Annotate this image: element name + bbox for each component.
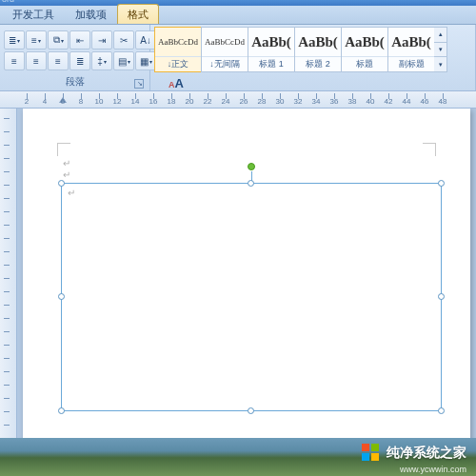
line-spacing-button[interactable]: ‡▾ (91, 51, 112, 70)
window-title-fragment: ord (2, 0, 14, 4)
bullets-button[interactable]: ≣▾ (4, 30, 25, 50)
ruler-number: 30 (276, 97, 285, 106)
paragraph-mark-icon: ↵ (63, 158, 70, 169)
resize-handle-tl[interactable] (58, 180, 65, 187)
ruler-number: 44 (403, 97, 411, 106)
numbering-button[interactable]: ≡▾ (26, 30, 47, 50)
paragraph-mark-icon: ↵ (63, 169, 70, 180)
ruler-number: 24 (222, 97, 230, 106)
style-normal[interactable]: AaBbCcDd ↓正文 (154, 27, 202, 72)
styles-gallery: AaBbCcDd ↓正文 AaBbCcDd ↓无间隔 AaBb( 标题 1 Aa… (154, 27, 447, 72)
resize-handle-t[interactable] (248, 180, 254, 187)
align-center-button[interactable]: ≡ (26, 51, 47, 70)
ruler-number: 4 (43, 97, 47, 106)
tab-developer[interactable]: 开发工具 (2, 4, 65, 24)
ribbon: ≣▾ ≡▾ ⧉▾ ⇤ ⇥ ✂ A↓ ¶ ≡ ≡ ≡ ≣ ‡▾ ▤▾ ▦▾ 段落 … (0, 25, 476, 91)
ruler-number: 38 (348, 97, 357, 106)
gallery-more-icon[interactable]: ▾ (434, 57, 446, 71)
ruler-number: 22 (204, 97, 212, 106)
show-marks-button[interactable]: ✂ (113, 30, 134, 50)
horizontal-ruler[interactable]: 2468101214161820222426283032343638404244… (0, 91, 476, 109)
rotate-handle[interactable] (248, 163, 255, 170)
align-justify-button[interactable]: ≣ (69, 51, 90, 70)
tab-format[interactable]: 格式 (117, 4, 159, 24)
ruler-number: 46 (421, 97, 429, 106)
page[interactable]: ↵ ↵ ↵ (23, 109, 470, 476)
ruler-number: 42 (385, 97, 393, 106)
ruler-number: 20 (186, 97, 194, 106)
gallery-down-icon[interactable]: ▾ (434, 43, 446, 58)
resize-handle-tr[interactable] (438, 180, 445, 187)
align-left-button[interactable]: ≡ (4, 51, 25, 70)
paragraph-mark-icon: ↵ (68, 188, 75, 198)
ruler-number: 14 (131, 97, 140, 106)
gallery-up-icon[interactable]: ▴ (434, 28, 446, 43)
selected-textbox[interactable]: ↵ (61, 183, 442, 411)
style-no-spacing[interactable]: AaBbCcDd ↓无间隔 (201, 27, 248, 72)
resize-handle-bl[interactable] (58, 407, 65, 414)
styles-gallery-scroll: ▴ ▾ ▾ (434, 27, 447, 72)
change-styles-icon: AA (169, 74, 184, 91)
shading-button[interactable]: ▤▾ (113, 51, 134, 70)
vertical-ruler[interactable] (0, 109, 17, 476)
group-styles: AaBbCcDd ↓正文 AaBbCcDd ↓无间隔 AaBb( 标题 1 Aa… (150, 25, 476, 90)
ruler-number: 34 (312, 97, 321, 106)
margin-corner-tl (57, 143, 70, 156)
outdent-button[interactable]: ⇤ (69, 30, 90, 50)
ruler-number: 12 (113, 97, 122, 106)
group-paragraph: ≣▾ ≡▾ ⧉▾ ⇤ ⇥ ✂ A↓ ¶ ≡ ≡ ≡ ≣ ‡▾ ▤▾ ▦▾ 段落 … (0, 25, 150, 90)
ruler-number: 2 (25, 97, 29, 106)
style-heading-1[interactable]: AaBb( 标题 1 (248, 27, 295, 72)
resize-handle-b[interactable] (248, 407, 254, 414)
ruler-number: 8 (79, 97, 83, 106)
ruler-number: 32 (294, 97, 303, 106)
ruler-number: 16 (149, 97, 158, 106)
multilevel-button[interactable]: ⧉▾ (48, 30, 69, 50)
margin-corner-tr (423, 143, 436, 156)
paragraph-launcher-icon[interactable]: ↘ (134, 79, 144, 89)
tab-addins[interactable]: 加载项 (65, 4, 117, 24)
ruler-number: 48 (439, 97, 447, 106)
indent-button[interactable]: ⇥ (91, 30, 112, 50)
style-heading-2[interactable]: AaBb( 标题 2 (294, 27, 342, 72)
ruler-number: 40 (367, 97, 375, 106)
style-subtitle[interactable]: AaBb( 副标题 (387, 27, 435, 72)
resize-handle-br[interactable] (438, 407, 445, 414)
ruler-number: 36 (330, 97, 339, 106)
ruler-number: 10 (95, 97, 104, 106)
style-title[interactable]: AaBb( 标题 (341, 27, 388, 72)
ruler-number: 26 (240, 97, 248, 106)
ruler-number: 28 (258, 97, 267, 106)
resize-handle-r[interactable] (438, 293, 445, 300)
ruler-number: 6 (61, 97, 65, 106)
document-area: ↵ ↵ ↵ 纯净系统之家 www.ycwwin.com (0, 109, 476, 476)
group-label-paragraph: 段落 ↘ (4, 74, 146, 90)
ribbon-tabs: 开发工具 加载项 格式 (0, 6, 476, 25)
align-right-button[interactable]: ≡ (48, 51, 69, 70)
ruler-number: 18 (168, 97, 176, 106)
resize-handle-l[interactable] (58, 293, 65, 300)
